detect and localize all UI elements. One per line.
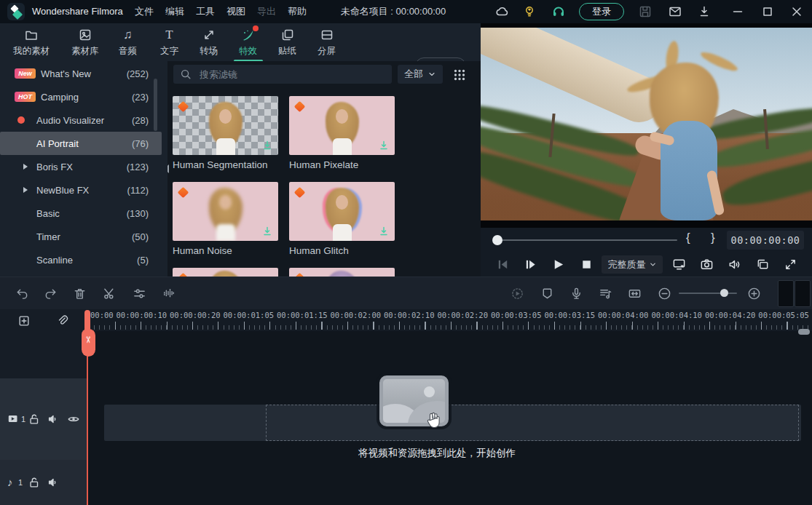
- cloud-icon[interactable]: [494, 4, 509, 19]
- grid-view-icon[interactable]: [452, 67, 468, 83]
- link-clips-button[interactable]: [56, 314, 69, 327]
- effect-card-human-glitch[interactable]: Human Glitch: [289, 182, 395, 256]
- compare-panels-button[interactable]: [756, 258, 770, 271]
- lightbulb-icon[interactable]: [522, 4, 537, 19]
- lock-icon[interactable]: [28, 413, 41, 426]
- filter-dropdown[interactable]: 全部: [398, 65, 443, 84]
- redo-button[interactable]: [44, 287, 58, 301]
- timeline-layout-panel[interactable]: [778, 280, 794, 307]
- sidebar-item-basic[interactable]: Basic (130): [0, 202, 162, 225]
- mark-out-button[interactable]: }: [711, 231, 715, 245]
- play-button[interactable]: [551, 258, 565, 271]
- hide-track-eye-icon[interactable]: [67, 413, 80, 426]
- split-scissors-button[interactable]: [103, 287, 117, 301]
- timeline-layout-panel[interactable]: [795, 280, 811, 307]
- tab-effects[interactable]: 特效: [239, 28, 257, 60]
- download-icon[interactable]: [697, 4, 712, 19]
- login-button[interactable]: 登录: [579, 3, 624, 20]
- sidebar-item-audio-visualizer[interactable]: Audio Visualizer (28): [0, 108, 162, 132]
- effect-card-partial[interactable]: [173, 268, 278, 277]
- stop-button[interactable]: [580, 258, 594, 271]
- add-track-button[interactable]: [17, 314, 31, 327]
- zoom-to-fit-button[interactable]: [628, 287, 642, 301]
- sidebar-item-scanline[interactable]: Scanline (5): [0, 248, 162, 271]
- chevron-down-icon: [427, 70, 436, 79]
- tab-split-screen[interactable]: 分屏: [318, 28, 336, 60]
- render-preview-button[interactable]: [511, 287, 524, 301]
- expand-arrow-icon[interactable]: [23, 187, 28, 193]
- playhead-handle[interactable]: ✂: [82, 329, 95, 357]
- timeline-zoom-slider[interactable]: [679, 293, 737, 294]
- seek-track[interactable]: [497, 239, 677, 241]
- minimize-button[interactable]: [730, 4, 745, 19]
- delete-button[interactable]: [73, 287, 87, 301]
- collapse-panel-arrow[interactable]: [167, 164, 169, 173]
- download-effect-icon[interactable]: [261, 140, 273, 151]
- menu-view[interactable]: 视图: [226, 5, 245, 18]
- playhead-line: [87, 331, 88, 505]
- tab-stock-media[interactable]: 素材库: [71, 28, 99, 60]
- video-track-header[interactable]: 1: [0, 378, 87, 460]
- mute-speaker-icon[interactable]: [47, 413, 60, 426]
- menu-file[interactable]: 文件: [135, 5, 154, 18]
- previous-frame-button[interactable]: [496, 258, 510, 271]
- mail-icon[interactable]: [668, 4, 682, 19]
- adjust-properties-button[interactable]: [133, 287, 146, 301]
- support-headset-icon[interactable]: [551, 4, 566, 19]
- download-effect-icon[interactable]: [378, 140, 390, 151]
- effect-card-human-noise[interactable]: Human Noise: [173, 182, 278, 256]
- media-drop-zone[interactable]: [266, 405, 799, 441]
- seek-handle[interactable]: [492, 235, 502, 245]
- expand-arrow-icon[interactable]: [23, 164, 28, 170]
- download-effect-icon[interactable]: [261, 226, 273, 237]
- sidebar-scrollbar[interactable]: [154, 79, 157, 131]
- maximize-button[interactable]: [760, 4, 775, 19]
- tab-stickers[interactable]: 贴纸: [278, 28, 296, 60]
- menu-help[interactable]: 帮助: [288, 5, 307, 18]
- sidebar-item-camping[interactable]: HOT Camping (23): [0, 85, 162, 108]
- ruler-scroll-nub[interactable]: [798, 329, 810, 335]
- sidebar-item-whats-new[interactable]: New What's New (252): [0, 62, 162, 85]
- close-button[interactable]: [789, 4, 804, 19]
- tab-text[interactable]: T 文字: [160, 28, 178, 60]
- effect-card-human-pixelate[interactable]: Human Pixelate: [289, 96, 395, 170]
- menu-edit[interactable]: 编辑: [165, 5, 184, 18]
- lock-icon[interactable]: [28, 476, 41, 489]
- sidebar-item-newblue-fx[interactable]: NewBlue FX (112): [0, 178, 162, 202]
- tab-audio[interactable]: ♫ 音频: [119, 28, 137, 60]
- sidebar-item-ai-portrait[interactable]: AI Portrait (76): [0, 132, 162, 155]
- effect-card-partial[interactable]: [289, 268, 395, 277]
- video-preview[interactable]: [481, 28, 812, 220]
- next-frame-button[interactable]: [524, 258, 537, 271]
- download-effect-icon[interactable]: [378, 226, 390, 237]
- effect-card-human-segmentation[interactable]: Human Segmentation: [173, 96, 278, 170]
- fullscreen-button[interactable]: [784, 258, 797, 271]
- tab-my-media[interactable]: 我的素材: [13, 28, 50, 60]
- audio-track-header[interactable]: ♪ 1: [0, 460, 87, 505]
- zoom-slider-handle[interactable]: [720, 289, 728, 297]
- search-input[interactable]: [198, 68, 383, 81]
- tab-transitions[interactable]: 转场: [200, 28, 218, 60]
- audio-mixer-button[interactable]: [599, 287, 612, 301]
- voiceover-mic-button[interactable]: [569, 287, 583, 301]
- search-box[interactable]: [173, 65, 392, 84]
- audio-denoise-button[interactable]: [162, 287, 176, 301]
- mute-speaker-icon[interactable]: [47, 476, 60, 489]
- timeline-ruler[interactable]: 00:0000:00:00:1000:00:00:2000:00:01:0500…: [87, 309, 812, 331]
- effects-category-sidebar: New What's New (252) HOT Camping (23) Au…: [0, 61, 167, 277]
- sidebar-item-boris-fx[interactable]: Boris FX (123): [0, 155, 162, 178]
- mark-in-button[interactable]: {: [686, 231, 690, 245]
- volume-button[interactable]: [728, 258, 741, 271]
- zoom-out-button[interactable]: [658, 287, 671, 301]
- zoom-in-button[interactable]: [747, 287, 761, 301]
- sidebar-item-timer[interactable]: Timer (50): [0, 225, 162, 248]
- menu-tools[interactable]: 工具: [196, 5, 215, 18]
- snapshot-camera-button[interactable]: [700, 258, 714, 271]
- menu-bar: 文件 编辑 工具 视图 导出 帮助: [135, 0, 307, 23]
- undo-button[interactable]: [15, 287, 29, 301]
- filmora-logo-icon: [7, 3, 25, 20]
- marker-button[interactable]: [540, 287, 554, 301]
- timeline-area: 1 ♪ 1: [0, 309, 812, 505]
- playback-quality-dropdown[interactable]: 完整质量: [602, 255, 663, 274]
- display-device-button[interactable]: [672, 258, 686, 271]
